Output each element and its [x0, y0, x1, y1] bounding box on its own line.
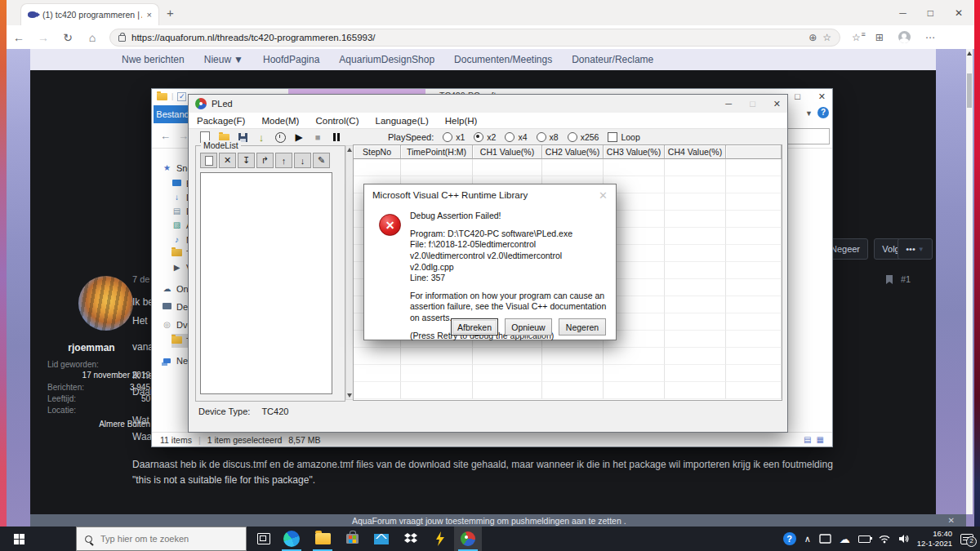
checkbox-icon[interactable]: ✓ — [177, 92, 186, 101]
maximize-icon[interactable]: □ — [750, 99, 755, 109]
ribbon-collapse-icon[interactable]: ▼ — [805, 109, 813, 118]
minimize-icon[interactable]: ─ — [725, 99, 732, 109]
retry-button[interactable]: Opnieuw — [505, 318, 552, 335]
scroll-down-icon[interactable] — [347, 393, 352, 398]
url-text[interactable]: https://aquaforum.nl/threads/tc420-progr… — [131, 33, 803, 42]
menu-language[interactable]: Language(L) — [376, 116, 429, 126]
more-options-button[interactable]: •••▼ — [898, 238, 933, 260]
speed-x8-radio[interactable]: x8 — [537, 132, 559, 142]
close-icon[interactable]: ✕ — [599, 189, 608, 202]
delete-mode-icon[interactable]: ✕ — [219, 153, 236, 168]
folder-icon[interactable] — [157, 93, 167, 100]
onedrive-cloud-icon[interactable]: ☁ — [840, 534, 850, 544]
column-header-ch2[interactable]: CH2 Value(%) — [542, 145, 604, 159]
maximize-icon[interactable]: □ — [795, 91, 800, 101]
abort-button[interactable]: Afbreken — [451, 318, 498, 335]
taskbar-search[interactable] — [76, 527, 247, 551]
page-scrollbar[interactable] — [966, 49, 973, 514]
menu-package[interactable]: Package(F) — [197, 116, 245, 126]
start-button[interactable] — [0, 527, 38, 551]
forward-icon[interactable]: → — [31, 31, 56, 44]
clock[interactable]: 16:40 12-1-2021 — [917, 529, 952, 549]
maximize-icon[interactable]: □ — [928, 7, 933, 19]
menu-mode[interactable]: Mode(M) — [261, 116, 299, 126]
favorites-bar-icon[interactable]: ☆ — [852, 32, 861, 43]
nav-link-nieuw[interactable]: Nieuw▼ — [204, 54, 243, 65]
stop-icon[interactable]: ■ — [311, 131, 324, 144]
new-tab-button[interactable]: + — [167, 6, 174, 20]
battery-icon[interactable] — [858, 535, 871, 543]
import-mode-icon[interactable]: ↧ — [238, 153, 255, 168]
scroll-up-icon[interactable] — [967, 51, 972, 56]
sidebar-item-network[interactable]: Net — [162, 353, 190, 367]
taskbar-dropbox[interactable] — [397, 527, 425, 551]
search-input[interactable] — [99, 533, 233, 544]
move-down-icon[interactable]: ↓ — [294, 153, 311, 168]
explorer-search-box[interactable] — [787, 128, 830, 144]
taskbar-lightning-app[interactable] — [426, 527, 454, 551]
nav-link-nwe-berichten[interactable]: Nwe berichten — [122, 54, 185, 65]
ignore-button[interactable]: Negeren — [559, 318, 606, 335]
edit-mode-icon[interactable]: ✎ — [313, 153, 330, 168]
nav-link-aquariumdesignshop[interactable]: AquariumDesignShop — [339, 54, 434, 65]
modelist-listbox[interactable] — [200, 172, 332, 394]
help-icon[interactable]: ? — [817, 107, 829, 118]
move-up-icon[interactable]: ↑ — [275, 153, 292, 168]
speaker-icon[interactable] — [898, 534, 909, 544]
file-menu-button[interactable]: Bestand — [154, 105, 192, 123]
close-icon[interactable]: ✕ — [773, 99, 781, 109]
scroll-up-icon[interactable] — [347, 148, 352, 152]
user-avatar[interactable] — [78, 276, 133, 331]
browser-menu-icon[interactable]: ⋯ — [925, 32, 935, 43]
play-icon[interactable]: ▶ — [292, 131, 305, 144]
url-field[interactable]: https://aquaforum.nl/threads/tc420-progr… — [109, 29, 840, 47]
minimize-icon[interactable]: ─ — [899, 7, 906, 19]
task-view-button[interactable] — [250, 527, 278, 551]
collections-icon[interactable]: ⊞ — [875, 32, 884, 43]
close-icon[interactable]: ✕ — [818, 91, 826, 102]
post-date[interactable]: 7 de — [132, 274, 149, 284]
view-toggle-icons[interactable]: ▤▦ — [804, 435, 824, 444]
loop-checkbox[interactable]: Loop — [608, 132, 639, 142]
step-table-row[interactable] — [354, 382, 782, 399]
speed-x1-radio[interactable]: x1 — [443, 132, 465, 142]
close-icon[interactable]: ✕ — [955, 7, 963, 19]
taskbar-explorer[interactable] — [309, 527, 336, 551]
export-mode-icon[interactable]: ↱ — [256, 153, 274, 168]
pause-icon[interactable] — [330, 131, 343, 144]
bookmark-icon[interactable] — [886, 275, 893, 284]
tray-chevron-up-icon[interactable]: ∧ — [804, 535, 811, 544]
back-icon[interactable]: ← — [7, 31, 31, 44]
taskbar-store[interactable] — [338, 527, 366, 551]
speed-x2-radio[interactable]: x2 — [474, 132, 496, 142]
home-icon[interactable]: ⌂ — [80, 31, 105, 44]
profile-avatar-icon[interactable] — [898, 31, 911, 43]
speed-x4-radio[interactable]: x4 — [505, 132, 527, 142]
pled-title-bar[interactable]: PLed ─ □ ✕ — [189, 95, 787, 113]
column-header-ch3[interactable]: CH3 Value(%) — [604, 145, 665, 159]
browser-tab[interactable]: (1) tc420 programmeren | AquaF × — [20, 3, 159, 25]
nav-link-hoofdpagina[interactable]: HoofdPagina — [263, 54, 319, 65]
schedule-clock-icon[interactable] — [274, 131, 287, 144]
zoom-page-icon[interactable]: ⊕ — [808, 32, 817, 43]
menu-help[interactable]: Help(H) — [445, 116, 478, 126]
step-table-row[interactable] — [354, 159, 782, 176]
post-number[interactable]: #1 — [901, 274, 911, 284]
scrollbar-thumb[interactable] — [967, 73, 972, 108]
taskbar-mail[interactable] — [368, 527, 395, 551]
back-icon[interactable]: ← — [160, 130, 171, 142]
step-table-row[interactable] — [354, 348, 782, 365]
menu-control[interactable]: Control(C) — [315, 116, 359, 126]
notification-close-icon[interactable]: ✕ — [948, 516, 955, 525]
tab-close-icon[interactable]: × — [147, 11, 152, 20]
wifi-icon[interactable] — [879, 534, 890, 544]
column-header-ch1[interactable]: CH1 Value(%) — [473, 145, 542, 159]
step-table-row[interactable] — [354, 365, 782, 382]
column-header-timepoint[interactable]: TimePoint(H:M) — [401, 145, 473, 159]
download-to-device-icon[interactable]: ↓ — [255, 131, 268, 144]
taskbar-edge[interactable] — [278, 527, 305, 551]
nav-link-donateur-reclame[interactable]: Donateur/Reclame — [572, 54, 653, 65]
speed-x256-radio[interactable]: x256 — [568, 132, 599, 142]
taskbar-pled[interactable] — [454, 527, 482, 551]
favorite-star-icon[interactable]: ☆ — [822, 32, 831, 43]
